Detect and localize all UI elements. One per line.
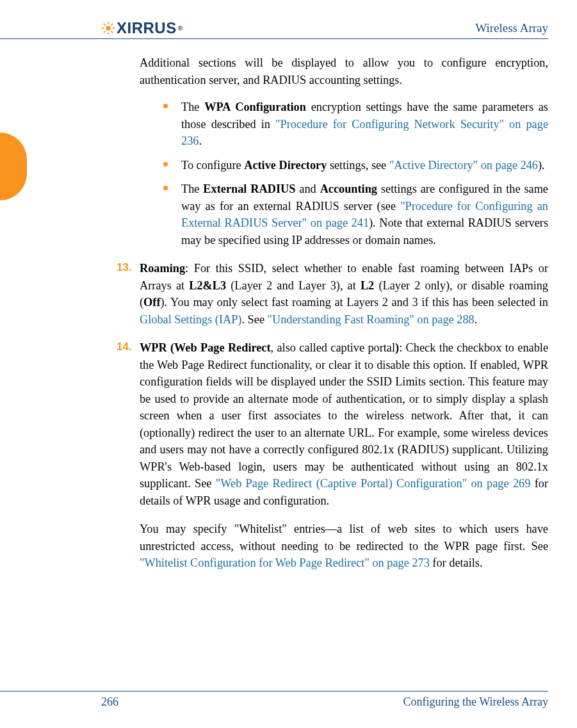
cross-ref-link[interactable]: "Active Directory" on page 246 [389,159,538,172]
cross-ref-link[interactable]: "Web Page Redirect (Captive Portal) Conf… [216,477,531,490]
sun-icon [101,21,115,35]
numbered-item: 13. Roaming: For this SSID, select wheth… [140,260,548,328]
list-item: The WPA Configuration encryption setting… [163,99,548,150]
svg-line-6 [111,31,113,33]
logo-text: XIRRUS [117,19,177,37]
cross-ref-link[interactable]: "Whitelist Configuration for Web Page Re… [140,556,430,569]
numbered-item: 14. WPR (Web Page Redirect, also called … [140,339,548,572]
sub-list: The WPA Configuration encryption setting… [163,99,548,248]
bullet-icon [163,186,168,190]
svg-point-0 [106,26,110,30]
svg-line-7 [104,31,106,33]
footer-section: Configuring the Wireless Array [403,695,548,709]
page-content: Additional sections will be displayed to… [140,54,548,572]
list-item: The External RADIUS and Accounting setti… [163,181,548,248]
bullet-icon [163,162,168,166]
header-title: Wireless Array [475,21,548,35]
cross-ref-link[interactable]: "Understanding Fast Roaming" on page 288 [268,313,475,326]
item-number: 13. [117,260,132,276]
list-item: To configure Active Directory settings, … [163,157,548,174]
intro-text: Additional sections will be displayed to… [140,54,548,88]
brand-logo: XIRRUS® [101,19,183,37]
item-number: 14. [117,339,132,355]
paragraph: You may specify "Whitelist" entries—a li… [140,521,548,572]
cross-ref-link[interactable]: Global Settings (IAP) [140,313,241,326]
page-header: XIRRUS® Wireless Array [0,19,548,39]
page-footer: 266 Configuring the Wireless Array [0,691,548,709]
bullet-icon [163,104,168,108]
svg-line-5 [104,24,106,26]
svg-line-8 [111,24,113,26]
page-number: 266 [101,695,118,709]
logo-registered: ® [178,25,183,32]
side-tab [0,133,27,200]
